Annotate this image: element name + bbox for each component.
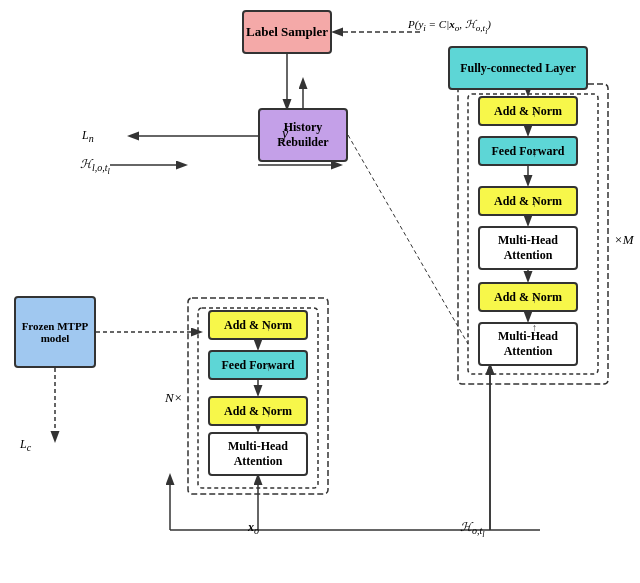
- prob-formula-label: P(yi = C|xo, ℋo,ti): [408, 18, 491, 36]
- N-times-label: N×: [165, 390, 182, 406]
- feed-forward-right-text: Feed Forward: [492, 144, 565, 159]
- diagram: Label Sampler Fully-connected Layer Hist…: [0, 0, 640, 583]
- residual-arrow-2: ↑: [532, 148, 537, 159]
- add-norm-right-2-text: Add & Norm: [494, 194, 562, 209]
- residual-arrow-4: ↑: [532, 294, 537, 305]
- Lc-label: Lc: [20, 437, 31, 453]
- H-ot-label: ℋo,tl: [460, 520, 485, 539]
- multi-head-left-box: Multi-Head Attention: [208, 432, 308, 476]
- multi-head-right-2-text: Multi-Head Attention: [480, 329, 576, 359]
- multi-head-right-1-text: Multi-Head Attention: [480, 233, 576, 263]
- H-lot-label: ℋl,o,tl: [80, 157, 110, 176]
- prob-formula-text: P(yi = C|xo, ℋo,ti): [408, 18, 491, 30]
- label-sampler-text: Label Sampler: [246, 24, 328, 40]
- add-norm-right-1-text: Add & Norm: [494, 104, 562, 119]
- add-norm-left-1-box: Add & Norm: [208, 310, 308, 340]
- residual-arrow-3: ↑: [532, 198, 537, 209]
- svg-line-29: [348, 135, 468, 344]
- multi-head-right-1-box: Multi-Head Attention: [478, 226, 578, 270]
- residual-arrow-5: ↑: [532, 322, 537, 333]
- multi-head-right-2-box: Multi-Head Attention: [478, 322, 578, 366]
- residual-arrow-l3: ↑: [266, 408, 271, 419]
- residual-arrow-l1: ↑: [266, 322, 271, 333]
- x-o-label: xo: [248, 520, 259, 536]
- add-norm-left-2-box: Add & Norm: [208, 396, 308, 426]
- Ln-label: Ln: [82, 128, 94, 144]
- label-sampler-box: Label Sampler: [242, 10, 332, 54]
- feed-forward-left-box: Feed Forward: [208, 350, 308, 380]
- add-norm-right-3-box: Add & Norm: [478, 282, 578, 312]
- fully-connected-text: Fully-connected Layer: [460, 61, 576, 76]
- add-norm-right-2-box: Add & Norm: [478, 186, 578, 216]
- residual-arrow-1: ↑: [532, 108, 537, 119]
- add-norm-right-1-box: Add & Norm: [478, 96, 578, 126]
- history-rebuilder-text: History Rebuilder: [260, 120, 346, 150]
- add-norm-right-3-text: Add & Norm: [494, 290, 562, 305]
- multi-head-left-text: Multi-Head Attention: [210, 439, 306, 469]
- residual-arrow-l2: ↑: [266, 362, 271, 373]
- add-norm-left-2-text: Add & Norm: [224, 404, 292, 419]
- fully-connected-box: Fully-connected Layer: [448, 46, 588, 90]
- feed-forward-left-text: Feed Forward: [222, 358, 295, 373]
- frozen-model-box: Frozen MTPP model: [14, 296, 96, 368]
- M-times-label: ×M: [614, 232, 634, 248]
- add-norm-left-1-text: Add & Norm: [224, 318, 292, 333]
- frozen-model-text: Frozen MTPP model: [16, 320, 94, 344]
- feed-forward-right-box: Feed Forward: [478, 136, 578, 166]
- y-hat-label: ŷ: [282, 126, 288, 142]
- history-rebuilder-box: History Rebuilder: [258, 108, 348, 162]
